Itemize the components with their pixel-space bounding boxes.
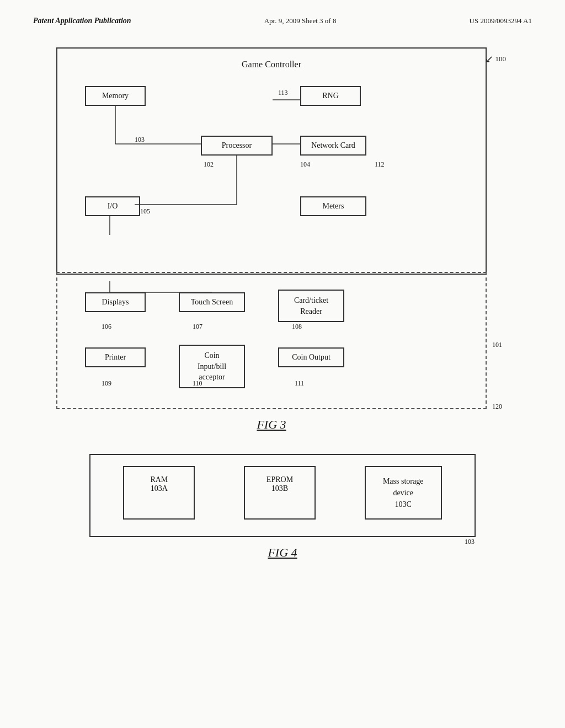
eprom-box: EPROM103B xyxy=(244,466,316,520)
game-controller-title: Game Controller xyxy=(68,60,475,69)
header-patent-number: US 2009/0093294 A1 xyxy=(470,17,532,25)
ram-box: RAM103A xyxy=(123,466,195,520)
fig4-diagram: RAM103A EPROM103B Mass storagedevice103C… xyxy=(89,454,476,560)
fig3-label: FIG 3 xyxy=(56,417,487,432)
fig4-label: FIG 4 xyxy=(89,545,476,560)
coin-input-box: Coin Input/billacceptor xyxy=(179,345,245,388)
fig4-ref-103: 103 xyxy=(465,538,475,546)
ref-100-label: ↙ 100 xyxy=(485,53,507,65)
displays-box: Displays xyxy=(85,292,146,312)
ref-105: 105 xyxy=(140,207,150,216)
ref-110: 110 xyxy=(193,379,202,388)
rng-box: RNG xyxy=(300,86,361,106)
peripherals-box: 101 Displays Touch Screen Card/ticketRea… xyxy=(56,272,487,409)
ref-107: 107 xyxy=(193,323,202,331)
ref-101: 101 xyxy=(492,341,502,349)
processor-box: Processor xyxy=(201,136,273,156)
mass-storage-box: Mass storagedevice103C xyxy=(365,466,442,520)
ref-113: 113 xyxy=(278,89,288,97)
ref-111: 111 xyxy=(295,379,304,388)
coin-output-box: Coin Output xyxy=(278,347,344,367)
ref-104: 104 xyxy=(300,160,310,169)
io-box: I/O xyxy=(85,196,140,216)
ref-108: 108 xyxy=(292,323,302,331)
game-controller-box: Game Controller Memory RNG 113 103 xyxy=(56,47,487,275)
header: Patent Application Publication Apr. 9, 2… xyxy=(33,17,532,25)
peripherals-row1: Displays Touch Screen Card/ticketReader … xyxy=(68,281,475,342)
touch-screen-box: Touch Screen xyxy=(179,292,245,312)
fig4-inner: RAM103A EPROM103B Mass storagedevice103C xyxy=(107,466,458,520)
card-ticket-reader-box: Card/ticketReader xyxy=(278,290,344,322)
memory-box: Memory xyxy=(85,86,146,106)
page: Patent Application Publication Apr. 9, 2… xyxy=(0,0,565,728)
ref-109: 109 xyxy=(102,379,111,388)
fig3-diagram: ↙ 100 Game Controller Memory RNG 113 xyxy=(56,47,509,432)
gc-content: Memory RNG 113 103 Processor xyxy=(68,81,475,257)
ref-112: 112 xyxy=(375,160,385,169)
gc-connectors xyxy=(68,81,475,257)
meters-box: Meters xyxy=(300,196,366,216)
printer-box: Printer xyxy=(85,347,146,367)
network-card-box: Network Card xyxy=(300,136,366,156)
ref-102: 102 xyxy=(204,160,214,169)
ref-120: 120 xyxy=(492,403,502,411)
peripherals-row2: Printer Coin Input/billacceptor Coin Out… xyxy=(68,342,475,397)
header-publication: Patent Application Publication xyxy=(33,17,131,25)
header-date-sheet: Apr. 9, 2009 Sheet 3 of 8 xyxy=(264,17,337,25)
ref-103: 103 xyxy=(135,136,145,144)
ref-106: 106 xyxy=(102,323,111,331)
fig4-box: RAM103A EPROM103B Mass storagedevice103C… xyxy=(89,454,476,537)
